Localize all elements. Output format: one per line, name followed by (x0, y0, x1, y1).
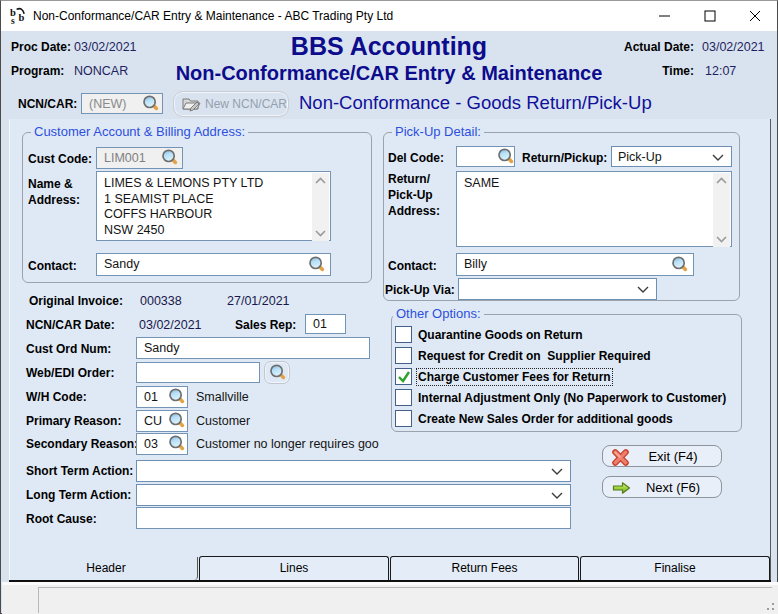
svg-text:b: b (19, 12, 25, 23)
svg-text:s: s (11, 16, 15, 26)
